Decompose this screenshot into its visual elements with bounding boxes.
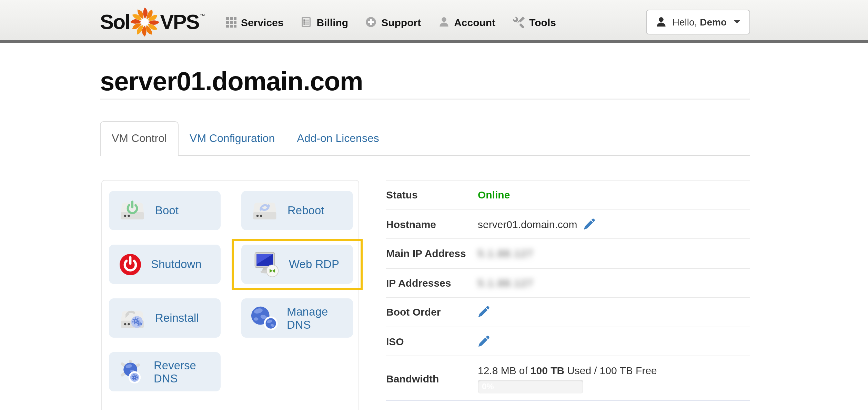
row-label: IP Addresses <box>386 277 478 289</box>
tab-vm-configuration[interactable]: VM Configuration <box>179 121 286 156</box>
reboot-icon <box>250 198 279 223</box>
bandwidth-progress-bar: 0% <box>478 379 583 393</box>
shutdown-icon <box>118 252 143 277</box>
reverse-dns-button[interactable]: Reverse DNS <box>109 352 221 391</box>
user-menu-button[interactable]: Hello, Demo <box>646 9 750 34</box>
table-row-main-ip: Main IP Address 5.1.88.127 <box>386 239 750 268</box>
action-label: Reverse DNS <box>154 359 221 385</box>
bandwidth-percent-label: 0% <box>482 381 494 391</box>
action-label: Web RDP <box>289 258 339 271</box>
main-menu: Services Billing <box>226 16 556 28</box>
top-navbar: Sol <box>0 0 868 43</box>
action-label: Manage DNS <box>287 305 353 331</box>
row-label: Status <box>386 189 478 201</box>
menu-item-services[interactable]: Services <box>226 16 283 28</box>
row-label: Hostname <box>386 218 478 230</box>
boot-button[interactable]: Boot <box>109 191 221 230</box>
user-name: Demo <box>700 16 727 27</box>
hostname-value: server01.domain.com <box>478 218 577 230</box>
main-ip-value-redacted: 5.1.88.127 <box>478 248 534 259</box>
reinstall-icon <box>118 306 147 330</box>
menu-item-billing[interactable]: Billing <box>301 16 349 28</box>
action-label: Reboot <box>287 204 324 217</box>
plus-circle-icon <box>365 17 376 28</box>
reinstall-button[interactable]: Reinstall <box>109 298 221 338</box>
menu-label: Support <box>381 16 421 28</box>
menu-label: Tools <box>529 16 556 28</box>
manage-dns-button[interactable]: Manage DNS <box>241 298 353 338</box>
edit-iso-button[interactable] <box>478 336 489 347</box>
action-label: Reinstall <box>155 311 199 325</box>
action-label: Shutdown <box>151 258 202 271</box>
reboot-button[interactable]: Reboot <box>241 191 353 230</box>
tab-bar: VM Control VM Configuration Add-on Licen… <box>100 121 750 156</box>
tab-vm-control[interactable]: VM Control <box>100 121 179 156</box>
row-label: ISO <box>386 336 478 347</box>
title-divider <box>100 99 750 100</box>
manage-dns-icon <box>250 305 279 331</box>
menu-item-account[interactable]: Account <box>438 16 495 28</box>
table-row-hostname: Hostname server01.domain.com <box>386 210 750 239</box>
pencil-icon <box>583 218 595 230</box>
user-greeting: Hello, Demo <box>673 16 727 27</box>
row-label: Bandwidth <box>386 372 478 384</box>
table-row-iso: ISO <box>386 327 750 356</box>
table-row-status: Status Online <box>386 181 750 210</box>
chevron-down-icon <box>734 20 740 23</box>
table-row-boot-order: Boot Order <box>386 298 750 327</box>
vm-details-table: Status Online Hostname server01.domain.c… <box>386 180 750 401</box>
web-rdp-icon <box>250 250 281 278</box>
sun-logo-icon <box>129 6 161 38</box>
pencil-icon <box>478 336 489 347</box>
edit-boot-order-button[interactable] <box>478 306 489 318</box>
menu-label: Billing <box>317 16 349 28</box>
bandwidth-usage-text: 12.8 MBof100 TBUsed/100 TB Free <box>478 363 660 377</box>
wrench-icon <box>513 16 524 28</box>
vm-actions-panel: Boot Reboot <box>101 180 359 410</box>
solvps-vm-control-page: Sol <box>0 0 868 410</box>
invoice-icon <box>301 17 312 28</box>
row-label: Boot Order <box>386 306 478 318</box>
menu-label: Account <box>454 16 495 28</box>
reverse-dns-icon <box>118 359 145 385</box>
logo-trademark: ™ <box>200 13 205 19</box>
table-row-ip-addresses: IP Addresses 5.1.88.127 <box>386 268 750 298</box>
user-icon <box>656 16 667 27</box>
status-badge: Online <box>478 189 510 201</box>
ip-addresses-value-redacted: 5.1.88.127 <box>478 277 534 289</box>
table-row-bandwidth: Bandwidth 12.8 MBof100 TBUsed/100 TB Fre… <box>386 356 750 401</box>
boot-icon <box>118 198 147 223</box>
menu-item-support[interactable]: Support <box>365 16 421 28</box>
edit-hostname-button[interactable] <box>583 218 595 230</box>
logo-sol-text: Sol <box>100 10 130 33</box>
menu-item-tools[interactable]: Tools <box>513 16 556 28</box>
grid-icon <box>226 17 236 27</box>
pencil-icon <box>478 306 489 318</box>
page-title: server01.domain.com <box>100 67 363 96</box>
row-label: Main IP Address <box>386 248 478 259</box>
user-icon <box>438 17 449 28</box>
solvps-logo[interactable]: Sol <box>100 6 205 38</box>
menu-label: Services <box>241 16 283 28</box>
shutdown-button[interactable]: Shutdown <box>109 245 221 284</box>
logo-vps-text: VPS <box>160 10 199 33</box>
action-label: Boot <box>155 204 179 217</box>
tab-addon-licenses[interactable]: Add-on Licenses <box>286 121 390 156</box>
web-rdp-button[interactable]: Web RDP <box>241 245 353 284</box>
